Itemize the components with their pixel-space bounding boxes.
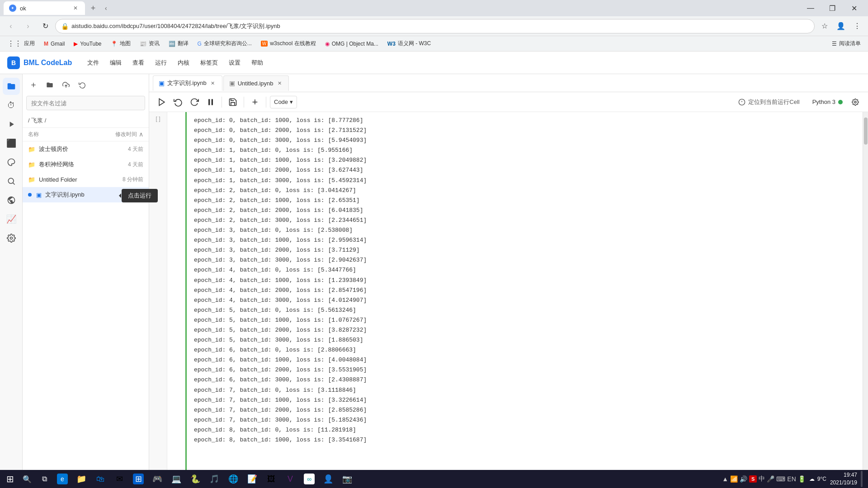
folder-icon: 📁 [28,146,35,153]
save-button[interactable] [226,95,240,109]
tray-mic[interactable]: 🎤 [767,475,774,483]
taskbar-app-dev[interactable]: 💻 [167,471,185,487]
taskbar-app-store[interactable]: 🛍 [91,471,109,487]
taskbar-app-vscode[interactable]: 📝 [243,471,261,487]
taskbar-app-chrome[interactable]: 🌐 [224,471,242,487]
file-search-input[interactable] [26,96,145,110]
tab-scroll-left[interactable]: ‹ [105,5,107,12]
menu-run[interactable]: 运行 [151,56,171,70]
tray-speaker[interactable]: 🔊 [740,475,747,483]
reload-button[interactable] [187,95,202,109]
taskbar-app-arduino[interactable]: ∞ [300,471,318,487]
task-view-button[interactable]: ⧉ [36,471,52,487]
menu-file[interactable]: 文件 [83,56,104,70]
show-desktop-button[interactable] [861,471,863,487]
bookmark-w3school[interactable]: W w3school 在线教程 [257,38,320,49]
taskbar-app-photos[interactable]: 🖼 [262,471,280,487]
bookmark-omg[interactable]: ◉ OMG | Object Ma... [321,39,382,49]
menu-kernel[interactable]: 内核 [173,56,194,70]
scrollbar[interactable] [863,112,868,475]
cell-type-selector[interactable]: Code ▾ [270,96,297,108]
bookmark-news[interactable]: 📰 资讯 [136,38,163,49]
reading-list-button[interactable]: 👤 [834,19,848,33]
menu-edit[interactable]: 编辑 [105,56,126,70]
notebook-tab-wenzishibie[interactable]: ▣ 文字识别.ipynb ✕ [153,75,222,91]
taskbar-app-pycharm[interactable]: 🐍 [186,471,204,487]
sort-toggle[interactable]: ∧ [139,131,143,138]
taskbar-app-photo2[interactable]: 📷 [338,471,356,487]
taskbar-app-user[interactable]: 👤 [319,471,337,487]
add-cell-button[interactable]: + [248,95,262,109]
bookmark-youtube[interactable]: ▶ YouTube [70,39,105,49]
tray-expand[interactable]: ▲ [722,475,728,483]
refresh-files-button[interactable] [75,78,90,92]
menu-help[interactable]: 帮助 [247,56,268,70]
file-item[interactable]: 📁 卷积神经网络 4 天前 [23,157,149,172]
forward-button[interactable]: › [21,19,35,33]
bookmark-star-button[interactable]: ☆ [817,19,832,33]
locate-cell-button[interactable]: 定位到当前运行Cell [735,96,803,108]
taskbar-app-spotify[interactable]: 🎵 [205,471,223,487]
close-button[interactable]: ✕ [844,0,864,16]
extensions-button[interactable]: ⋮ [850,19,864,33]
tray-network[interactable]: 📶 [730,475,738,483]
taskbar-app-steam[interactable]: 🎮 [148,471,166,487]
tray-battery[interactable]: 🔋 [798,475,806,483]
taskbar-app-fileexp[interactable]: 📁 [72,471,90,487]
tray-keyboard[interactable]: ⌨ [776,475,785,483]
back-button[interactable]: ‹ [4,19,18,33]
browser-toolbar: ‹ › ↻ 🔒 aistudio.baidu.com/ibdcpu7/user/… [0,16,868,36]
browser-tab-ok[interactable]: ✦ ok ✕ [4,1,85,15]
bookmark-maps[interactable]: 📍 地图 [107,38,134,49]
sidebar-icon-terminals[interactable]: ⬛ [3,135,20,152]
bookmark-reading-list[interactable]: ☰ 阅读清单 [828,38,864,49]
scroll-thumb[interactable] [864,117,868,145]
sidebar-icon-recent[interactable]: ⏱ [3,97,20,114]
tray-lang[interactable]: EN [787,475,796,483]
minimize-button[interactable]: — [800,0,821,16]
taskbar-time[interactable]: 19:47 2021/10/19 [830,471,857,487]
bookmark-translate[interactable]: 🔤 翻译 [165,38,192,49]
new-file-button[interactable] [26,78,41,92]
new-tab-button[interactable]: + [87,2,99,14]
address-bar[interactable]: 🔒 aistudio.baidu.com/ibdcpu7/user/100840… [55,19,815,33]
search-taskbar-button[interactable]: 🔍 [19,471,35,487]
tray-ime-s[interactable]: S [749,475,757,483]
restart-button[interactable] [171,95,185,109]
new-folder-button[interactable] [42,78,57,92]
notebook-tab-close-1[interactable]: ✕ [209,80,217,87]
upload-button[interactable] [59,78,73,92]
bookmark-w3c[interactable]: W3 语义网 - W3C [384,38,434,49]
notebook-tab-close-2[interactable]: ✕ [276,80,283,87]
start-button[interactable]: ⊞ [2,471,18,487]
reload-button[interactable]: ↻ [38,19,52,33]
menu-tabs[interactable]: 标签页 [196,56,222,70]
taskbar-app-browser[interactable]: ⊞ [129,471,147,487]
bookmark-gmail[interactable]: M Gmail [40,39,68,49]
file-item[interactable]: 📁 Untitled Folder 8 分钟前 [23,172,149,187]
sidebar-icon-git[interactable] [3,192,20,209]
global-label: 全球研究和咨询公... [204,40,252,47]
taskbar-app-mail[interactable]: ✉ [110,471,128,487]
notebook-settings-button[interactable] [848,95,863,109]
sidebar-icon-chart[interactable]: 📈 [3,211,20,228]
file-item[interactable]: 📁 波士顿房价 4 天前 [23,141,149,157]
notebook-tab-untitled[interactable]: ▣ Untitled.ipynb ✕ [223,75,289,91]
menu-settings[interactable]: 设置 [224,56,245,70]
maximize-button[interactable]: ❐ [822,0,843,16]
sidebar-icon-palette[interactable] [3,154,20,171]
bookmark-global[interactable]: G 全球研究和咨询公... [194,38,255,49]
tab-close-btn[interactable]: ✕ [71,4,80,12]
pause-button[interactable] [203,95,218,109]
bookmark-apps[interactable]: ⋮⋮ 应用 [4,38,38,50]
omg-icon: ◉ [325,41,330,47]
sidebar-icon-files[interactable] [3,78,20,95]
sidebar-icon-run[interactable] [3,116,20,133]
taskbar-app-edge[interactable]: e [53,471,71,487]
taskbar-app-vs[interactable]: V [281,471,299,487]
run-cell-button[interactable] [155,95,169,109]
sidebar-icon-settings[interactable] [3,230,20,247]
tray-chinese[interactable]: 中 [759,475,765,483]
menu-view[interactable]: 查看 [128,56,149,70]
sidebar-icon-search[interactable] [3,173,20,190]
